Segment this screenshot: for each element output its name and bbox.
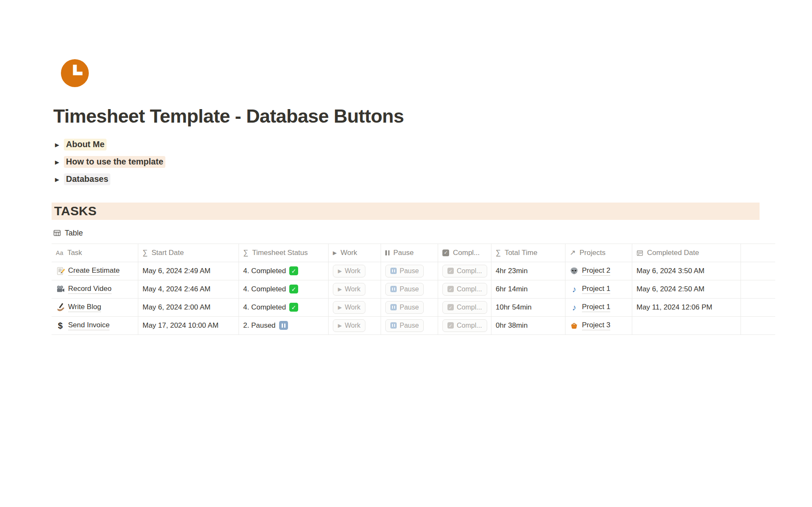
pause-button-label: Pause [400, 322, 419, 329]
start-date-cell[interactable]: May 6, 2024 2:00 AM [138, 299, 239, 317]
work-button[interactable]: ▶ Work [333, 265, 365, 277]
pause-emoji-icon [390, 322, 397, 329]
start-date-value: May 6, 2024 2:00 AM [143, 303, 211, 312]
complete-button[interactable]: ✓ Compl... [442, 283, 487, 296]
status-value: 4. Completed [243, 267, 286, 275]
pause-emoji-icon [390, 268, 397, 274]
toggle-triangle-icon: ▶ [55, 142, 59, 148]
column-header-work[interactable]: ▶ Work [329, 244, 381, 262]
task-cell[interactable]: Create Estimate [52, 262, 138, 280]
start-date-cell[interactable]: May 4, 2024 2:46 AM [138, 280, 239, 299]
projects-cell[interactable]: Project 3 [565, 317, 632, 335]
column-label: Total Time [505, 249, 537, 257]
toggle-label: About Me [64, 139, 107, 151]
complete-button[interactable]: ✓ Compl... [442, 319, 487, 332]
column-header-projects[interactable]: ↗ Projects [565, 244, 632, 262]
pause-button[interactable]: Pause [385, 265, 424, 277]
complete-button-cell: ✓ Compl... [438, 262, 491, 280]
task-link[interactable]: Send Invoice [68, 321, 110, 330]
projects-cell[interactable]: ♪ Project 1 [565, 299, 632, 317]
task-cell[interactable]: $ Send Invoice [52, 317, 138, 335]
pause-button[interactable]: Pause [385, 283, 424, 296]
page-icon-row [60, 0, 812, 88]
complete-button-label: Compl... [457, 285, 482, 293]
work-button-label: Work [345, 285, 360, 293]
projects-cell[interactable]: ♪ Project 1 [565, 280, 632, 299]
status-value: 2. Paused [243, 321, 276, 330]
completed-date-cell[interactable]: May 6, 2024 2:50 AM [632, 280, 741, 299]
work-button[interactable]: ▶ Work [333, 301, 365, 314]
toggle-databases[interactable]: ▶ Databases [55, 173, 110, 186]
pause-button-cell: Pause [381, 317, 438, 335]
writing-hand-icon [56, 303, 65, 312]
complete-button[interactable]: ✓ Compl... [442, 301, 487, 314]
projects-cell[interactable]: Project 2 [565, 262, 632, 280]
total-time-cell[interactable]: 0hr 38min [491, 317, 565, 335]
pause-button-label: Pause [400, 267, 419, 275]
column-label: Completed Date [647, 249, 699, 257]
completed-date-cell[interactable] [632, 317, 741, 335]
status-cell[interactable]: 4. Completed ✓ [239, 262, 329, 280]
work-button[interactable]: ▶ Work [333, 283, 365, 296]
completed-date-cell[interactable]: May 6, 2024 3:50 AM [632, 262, 741, 280]
task-link[interactable]: Write Blog [68, 303, 101, 312]
status-cell[interactable]: 4. Completed ✓ [239, 280, 329, 299]
toggle-triangle-icon: ▶ [55, 177, 59, 182]
add-column-area[interactable] [741, 244, 775, 262]
view-tab-table[interactable]: Table [53, 229, 83, 238]
toggle-about-me[interactable]: ▶ About Me [55, 139, 107, 151]
pause-button[interactable]: Pause [385, 301, 424, 314]
checkbox-icon: ✓ [447, 322, 454, 329]
clock-icon[interactable] [60, 58, 90, 88]
pause-button[interactable]: Pause [385, 319, 424, 332]
memo-icon [56, 267, 65, 275]
column-header-timesheet-status[interactable]: ∑ Timesheet Status [239, 244, 329, 262]
page-title: Timesheet Template - Database Buttons [53, 106, 812, 127]
start-date-cell[interactable]: May 6, 2024 2:49 AM [138, 262, 239, 280]
task-cell[interactable]: Record Video [52, 280, 138, 299]
toggle-how-to-use[interactable]: ▶ How to use the template [55, 156, 165, 168]
white-check-mark-icon: ✓ [289, 303, 298, 312]
complete-button-cell: ✓ Compl... [438, 299, 491, 317]
musical-note-icon: ♪ [570, 303, 579, 312]
pause-button-cell: Pause [381, 280, 438, 299]
toggle-label: Databases [64, 173, 110, 185]
pause-button-cell: Pause [381, 262, 438, 280]
completed-date-cell[interactable]: May 11, 2024 12:06 PM [632, 299, 741, 317]
project-link[interactable]: Project 2 [582, 266, 610, 276]
formula-icon: ∑ [496, 249, 501, 256]
column-header-complete[interactable]: ✓ Compl... [438, 244, 491, 262]
pause-button-label: Pause [400, 285, 419, 293]
work-button[interactable]: ▶ Work [333, 319, 365, 332]
empty-cell [741, 317, 775, 335]
column-header-pause[interactable]: Pause [381, 244, 438, 262]
start-date-cell[interactable]: May 17, 2024 10:00 AM [138, 317, 239, 335]
task-link[interactable]: Record Video [68, 285, 112, 294]
project-link[interactable]: Project 1 [582, 303, 610, 312]
total-time-cell[interactable]: 6hr 14min [491, 280, 565, 299]
toggle-list: ▶ About Me ▶ How to use the template ▶ D… [55, 139, 812, 186]
task-cell[interactable]: Write Blog [52, 299, 138, 317]
toggle-label: How to use the template [64, 156, 165, 168]
work-button-cell: ▶ Work [329, 299, 381, 317]
project-link[interactable]: Project 1 [582, 285, 610, 294]
complete-button[interactable]: ✓ Compl... [442, 265, 487, 277]
status-cell[interactable]: 4. Completed ✓ [239, 299, 329, 317]
task-link[interactable]: Create Estimate [68, 266, 120, 276]
play-icon: ▶ [333, 250, 337, 255]
total-time-cell[interactable]: 4hr 23min [491, 262, 565, 280]
play-icon: ▶ [338, 269, 342, 274]
column-header-start-date[interactable]: ∑ Start Date [138, 244, 239, 262]
checkbox-icon: ✓ [447, 268, 454, 274]
completed-date-value: May 11, 2024 12:06 PM [636, 303, 712, 312]
completed-date-value: May 6, 2024 3:50 AM [636, 267, 705, 275]
column-header-task[interactable]: Aa Task [52, 244, 138, 262]
column-header-completed-date[interactable]: Completed Date [632, 244, 741, 262]
status-value: 4. Completed [243, 285, 286, 293]
status-cell[interactable]: 2. Paused [239, 317, 329, 335]
musical-note-icon: ♪ [570, 285, 579, 293]
work-button-label: Work [345, 267, 360, 275]
column-header-total-time[interactable]: ∑ Total Time [491, 244, 565, 262]
total-time-cell[interactable]: 10hr 54min [491, 299, 565, 317]
project-link[interactable]: Project 3 [582, 321, 610, 330]
